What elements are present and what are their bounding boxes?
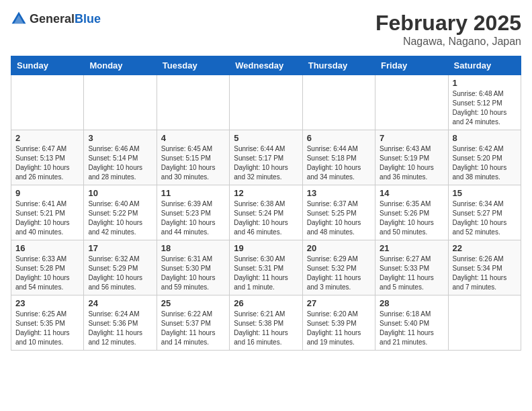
day-number: 21 (380, 243, 443, 253)
day-number: 4 (161, 133, 225, 143)
calendar-cell: 9Sunrise: 6:41 AM Sunset: 5:21 PM Daylig… (11, 185, 84, 240)
day-number: 24 (88, 298, 152, 308)
day-number: 16 (15, 243, 79, 253)
calendar-cell: 27Sunrise: 6:20 AM Sunset: 5:39 PM Dayli… (302, 295, 375, 351)
weekday-header-tuesday: Tuesday (157, 56, 229, 75)
day-info: Sunrise: 6:24 AM Sunset: 5:36 PM Dayligh… (88, 310, 152, 347)
calendar-cell: 26Sunrise: 6:21 AM Sunset: 5:38 PM Dayli… (230, 295, 302, 351)
day-info: Sunrise: 6:43 AM Sunset: 5:19 PM Dayligh… (380, 144, 443, 182)
day-info: Sunrise: 6:27 AM Sunset: 5:33 PM Dayligh… (380, 255, 443, 292)
day-info: Sunrise: 6:47 AM Sunset: 5:13 PM Dayligh… (15, 144, 79, 182)
calendar-cell: 21Sunrise: 6:27 AM Sunset: 5:33 PM Dayli… (375, 240, 448, 295)
day-number: 20 (307, 243, 371, 253)
calendar-cell: 4Sunrise: 6:45 AM Sunset: 5:15 PM Daylig… (157, 130, 229, 185)
calendar-cell: 2Sunrise: 6:47 AM Sunset: 5:13 PM Daylig… (11, 130, 84, 185)
location-title: Nagawa, Nagano, Japan (375, 36, 521, 48)
day-info: Sunrise: 6:18 AM Sunset: 5:40 PM Dayligh… (380, 310, 443, 347)
calendar-cell: 23Sunrise: 6:25 AM Sunset: 5:35 PM Dayli… (11, 295, 84, 351)
day-info: Sunrise: 6:30 AM Sunset: 5:31 PM Dayligh… (234, 255, 298, 292)
calendar-cell: 5Sunrise: 6:44 AM Sunset: 5:17 PM Daylig… (230, 130, 302, 185)
weekday-header-monday: Monday (84, 56, 157, 75)
calendar-week-row: 1Sunrise: 6:48 AM Sunset: 5:12 PM Daylig… (11, 75, 521, 130)
day-number: 11 (161, 188, 225, 198)
weekday-header-row: SundayMondayTuesdayWednesdayThursdayFrid… (11, 56, 521, 75)
day-info: Sunrise: 6:44 AM Sunset: 5:17 PM Dayligh… (234, 144, 298, 182)
day-info: Sunrise: 6:26 AM Sunset: 5:34 PM Dayligh… (453, 255, 517, 292)
day-info: Sunrise: 6:46 AM Sunset: 5:14 PM Dayligh… (88, 144, 152, 182)
logo: GeneralBlue (11, 11, 101, 27)
calendar-cell: 8Sunrise: 6:42 AM Sunset: 5:20 PM Daylig… (448, 130, 521, 185)
day-number: 12 (234, 188, 298, 198)
calendar-table: SundayMondayTuesdayWednesdayThursdayFrid… (11, 56, 521, 351)
day-info: Sunrise: 6:39 AM Sunset: 5:23 PM Dayligh… (161, 199, 225, 237)
weekday-header-friday: Friday (375, 56, 448, 75)
day-number: 19 (234, 243, 298, 253)
day-number: 22 (453, 243, 517, 253)
weekday-header-wednesday: Wednesday (230, 56, 302, 75)
day-info: Sunrise: 6:25 AM Sunset: 5:35 PM Dayligh… (15, 310, 79, 347)
calendar-week-row: 2Sunrise: 6:47 AM Sunset: 5:13 PM Daylig… (11, 130, 521, 185)
day-number: 28 (380, 298, 443, 308)
day-number: 5 (234, 133, 298, 143)
calendar-cell: 24Sunrise: 6:24 AM Sunset: 5:36 PM Dayli… (84, 295, 157, 351)
page-header: GeneralBlue February 2025 Nagawa, Nagano… (11, 11, 521, 48)
calendar-cell (11, 75, 84, 130)
calendar-cell: 19Sunrise: 6:30 AM Sunset: 5:31 PM Dayli… (230, 240, 302, 295)
logo-general: General (30, 12, 75, 26)
calendar-cell (84, 75, 157, 130)
day-info: Sunrise: 6:20 AM Sunset: 5:39 PM Dayligh… (307, 310, 371, 347)
day-number: 9 (15, 188, 79, 198)
logo-text: GeneralBlue (30, 12, 101, 26)
day-info: Sunrise: 6:29 AM Sunset: 5:32 PM Dayligh… (307, 255, 371, 292)
day-number: 8 (453, 133, 517, 143)
title-area: February 2025 Nagawa, Nagano, Japan (375, 11, 521, 48)
calendar-cell: 1Sunrise: 6:48 AM Sunset: 5:12 PM Daylig… (448, 75, 521, 130)
day-info: Sunrise: 6:41 AM Sunset: 5:21 PM Dayligh… (15, 199, 79, 237)
day-number: 17 (88, 243, 152, 253)
calendar-cell (302, 75, 375, 130)
calendar-cell: 28Sunrise: 6:18 AM Sunset: 5:40 PM Dayli… (375, 295, 448, 351)
calendar-cell: 12Sunrise: 6:38 AM Sunset: 5:24 PM Dayli… (230, 185, 302, 240)
month-title: February 2025 (375, 11, 521, 36)
day-number: 3 (88, 133, 152, 143)
calendar-week-row: 9Sunrise: 6:41 AM Sunset: 5:21 PM Daylig… (11, 185, 521, 240)
calendar-cell: 3Sunrise: 6:46 AM Sunset: 5:14 PM Daylig… (84, 130, 157, 185)
day-number: 2 (15, 133, 79, 143)
day-info: Sunrise: 6:48 AM Sunset: 5:12 PM Dayligh… (453, 89, 517, 127)
day-number: 1 (453, 78, 517, 88)
day-number: 25 (161, 298, 225, 308)
calendar-cell: 15Sunrise: 6:34 AM Sunset: 5:27 PM Dayli… (448, 185, 521, 240)
calendar-cell (375, 75, 448, 130)
calendar-cell: 10Sunrise: 6:40 AM Sunset: 5:22 PM Dayli… (84, 185, 157, 240)
day-info: Sunrise: 6:31 AM Sunset: 5:30 PM Dayligh… (161, 255, 225, 292)
day-info: Sunrise: 6:42 AM Sunset: 5:20 PM Dayligh… (453, 144, 517, 182)
calendar-cell (448, 295, 521, 351)
calendar-week-row: 23Sunrise: 6:25 AM Sunset: 5:35 PM Dayli… (11, 295, 521, 351)
day-number: 14 (380, 188, 443, 198)
calendar-cell: 16Sunrise: 6:33 AM Sunset: 5:28 PM Dayli… (11, 240, 84, 295)
day-number: 27 (307, 298, 371, 308)
calendar-week-row: 16Sunrise: 6:33 AM Sunset: 5:28 PM Dayli… (11, 240, 521, 295)
day-info: Sunrise: 6:21 AM Sunset: 5:38 PM Dayligh… (234, 310, 298, 347)
weekday-header-sunday: Sunday (11, 56, 84, 75)
day-info: Sunrise: 6:33 AM Sunset: 5:28 PM Dayligh… (15, 255, 79, 292)
calendar-cell: 22Sunrise: 6:26 AM Sunset: 5:34 PM Dayli… (448, 240, 521, 295)
day-info: Sunrise: 6:32 AM Sunset: 5:29 PM Dayligh… (88, 255, 152, 292)
day-number: 7 (380, 133, 443, 143)
calendar-cell (157, 75, 229, 130)
calendar-cell: 7Sunrise: 6:43 AM Sunset: 5:19 PM Daylig… (375, 130, 448, 185)
calendar-cell: 11Sunrise: 6:39 AM Sunset: 5:23 PM Dayli… (157, 185, 229, 240)
day-info: Sunrise: 6:35 AM Sunset: 5:26 PM Dayligh… (380, 199, 443, 237)
calendar-cell: 17Sunrise: 6:32 AM Sunset: 5:29 PM Dayli… (84, 240, 157, 295)
calendar-cell: 6Sunrise: 6:44 AM Sunset: 5:18 PM Daylig… (302, 130, 375, 185)
calendar-cell: 25Sunrise: 6:22 AM Sunset: 5:37 PM Dayli… (157, 295, 229, 351)
calendar-cell: 18Sunrise: 6:31 AM Sunset: 5:30 PM Dayli… (157, 240, 229, 295)
weekday-header-saturday: Saturday (448, 56, 521, 75)
day-number: 10 (88, 188, 152, 198)
day-info: Sunrise: 6:38 AM Sunset: 5:24 PM Dayligh… (234, 199, 298, 237)
day-info: Sunrise: 6:34 AM Sunset: 5:27 PM Dayligh… (453, 199, 517, 237)
day-number: 18 (161, 243, 225, 253)
day-info: Sunrise: 6:45 AM Sunset: 5:15 PM Dayligh… (161, 144, 225, 182)
logo-blue: Blue (75, 12, 101, 26)
day-number: 23 (15, 298, 79, 308)
